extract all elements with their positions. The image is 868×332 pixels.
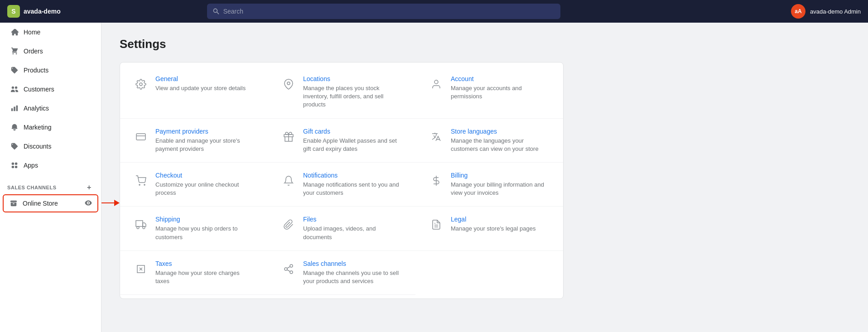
- channels-icon: [280, 261, 297, 277]
- sidebar-item-orders[interactable]: Orders: [3, 42, 98, 60]
- billing-icon: [428, 173, 444, 189]
- products-icon: [10, 66, 19, 75]
- account-desc: Manage your accounts and permissions: [451, 84, 550, 101]
- online-store-label: Online Store: [23, 200, 58, 207]
- files-desc: Upload images, videos, and documents: [303, 225, 403, 241]
- payment-icon: [133, 129, 149, 145]
- gift-cards-title: Gift cards: [303, 128, 403, 135]
- files-icon: [280, 217, 297, 233]
- home-icon: [10, 28, 19, 37]
- settings-item-gift-cards[interactable]: Gift cards Enable Apple Wallet passes an…: [268, 119, 415, 163]
- checkout-desc: Customize your online checkout process: [155, 181, 255, 197]
- analytics-icon: [10, 104, 19, 113]
- eye-icon[interactable]: [85, 199, 92, 208]
- settings-grid: General View and update your store detai…: [120, 66, 563, 295]
- locations-title: Locations: [303, 75, 403, 82]
- settings-item-files[interactable]: Files Upload images, videos, and documen…: [268, 207, 415, 250]
- legal-icon: [428, 217, 444, 233]
- settings-item-shipping[interactable]: Shipping Manage how you ship orders to c…: [120, 207, 268, 250]
- taxes-desc: Manage how your store charges taxes: [155, 269, 255, 285]
- sidebar-item-analytics[interactable]: Analytics: [3, 99, 98, 117]
- sales-channels-desc: Manage the channels you use to sell your…: [303, 269, 403, 285]
- customers-icon: [10, 85, 19, 94]
- settings-item-taxes[interactable]: Taxes Manage how your store charges taxe…: [120, 251, 268, 295]
- sidebar-item-online-store[interactable]: Online Store: [3, 194, 98, 212]
- languages-desc: Manage the languages your customers can …: [451, 137, 550, 153]
- general-content: General View and update your store detai…: [155, 75, 255, 92]
- files-content: Files Upload images, videos, and documen…: [303, 216, 403, 241]
- sidebar-item-marketing[interactable]: Marketing: [3, 118, 98, 136]
- orders-icon: [10, 47, 19, 56]
- files-title: Files: [303, 216, 403, 223]
- sidebar-item-marketing-label: Marketing: [24, 124, 51, 131]
- sidebar-item-products[interactable]: Products: [3, 61, 98, 79]
- avatar[interactable]: aA: [791, 4, 805, 19]
- online-store-icon: [9, 199, 18, 208]
- page-title: Settings: [120, 37, 850, 51]
- locations-content: Locations Manage the places you stock in…: [303, 75, 403, 109]
- location-icon: [280, 76, 297, 92]
- sidebar-item-customers[interactable]: Customers: [3, 80, 98, 98]
- settings-item-notifications[interactable]: Notifications Manage notifications sent …: [268, 163, 415, 207]
- taxes-icon: [133, 261, 149, 277]
- svg-point-0: [140, 83, 142, 86]
- taxes-content: Taxes Manage how your store charges taxe…: [155, 260, 255, 285]
- account-title: Account: [451, 75, 550, 82]
- payment-content: Payment providers Enable and manage your…: [155, 128, 255, 153]
- billing-desc: Manage your billing information and view…: [451, 181, 550, 197]
- arrow-annotation: [101, 202, 114, 203]
- topnav-right: aA avada-demo Admin: [791, 4, 861, 19]
- svg-point-8: [144, 184, 145, 185]
- legal-desc: Manage your store's legal pages: [451, 225, 550, 233]
- svg-point-19: [285, 268, 287, 270]
- svg-point-13: [143, 226, 145, 229]
- settings-item-billing[interactable]: Billing Manage your billing information …: [415, 163, 563, 207]
- languages-title: Store languages: [451, 128, 550, 135]
- general-title: General: [155, 75, 255, 82]
- store-logo[interactable]: S avada-demo: [7, 5, 89, 18]
- svg-point-2: [434, 80, 438, 84]
- notifications-desc: Manage notifications sent to you and you…: [303, 181, 403, 197]
- sidebar-item-home[interactable]: Home: [3, 23, 98, 41]
- settings-item-general[interactable]: General View and update your store detai…: [120, 66, 268, 119]
- sidebar-item-analytics-label: Analytics: [24, 105, 49, 112]
- general-desc: View and update your store details: [155, 84, 255, 92]
- sidebar-item-orders-label: Orders: [24, 48, 43, 55]
- gift-cards-content: Gift cards Enable Apple Wallet passes an…: [303, 128, 403, 153]
- top-navigation: S avada-demo aA avada-demo Admin: [0, 0, 868, 23]
- svg-point-1: [287, 82, 290, 85]
- sidebar-item-apps[interactable]: Apps: [3, 156, 98, 174]
- billing-title: Billing: [451, 172, 550, 179]
- svg-point-7: [139, 184, 140, 185]
- sidebar-item-discounts[interactable]: Discounts: [3, 137, 98, 155]
- settings-item-sales-channels[interactable]: Sales channels Manage the channels you u…: [268, 251, 415, 295]
- settings-item-payment[interactable]: Payment providers Enable and manage your…: [120, 119, 268, 163]
- settings-item-account[interactable]: Account Manage your accounts and permiss…: [415, 66, 563, 119]
- checkout-content: Checkout Customize your online checkout …: [155, 172, 255, 197]
- settings-item-languages[interactable]: Store languages Manage the languages you…: [415, 119, 563, 163]
- settings-item-checkout[interactable]: Checkout Customize your online checkout …: [120, 163, 268, 207]
- shipping-desc: Manage how you ship orders to customers: [155, 225, 255, 241]
- discounts-icon: [10, 142, 19, 151]
- legal-title: Legal: [451, 216, 550, 223]
- svg-line-21: [287, 269, 290, 271]
- svg-line-22: [287, 266, 290, 268]
- notifications-title: Notifications: [303, 172, 403, 179]
- gear-icon: [133, 76, 149, 92]
- svg-point-12: [137, 226, 139, 229]
- legal-content: Legal Manage your store's legal pages: [451, 216, 550, 233]
- sales-channels-content: Sales channels Manage the channels you u…: [303, 260, 403, 285]
- sidebar-item-discounts-label: Discounts: [24, 143, 51, 150]
- taxes-title: Taxes: [155, 260, 255, 267]
- checkout-icon: [133, 173, 149, 189]
- store-name: avada-demo: [24, 8, 61, 15]
- svg-point-18: [290, 265, 293, 267]
- settings-item-legal[interactable]: Legal Manage your store's legal pages: [415, 207, 563, 250]
- search-input[interactable]: [223, 8, 555, 15]
- add-sales-channel-button[interactable]: +: [85, 183, 94, 192]
- search-bar[interactable]: [207, 4, 560, 19]
- shipping-title: Shipping: [155, 216, 255, 223]
- settings-item-locations[interactable]: Locations Manage the places you stock in…: [268, 66, 415, 119]
- sidebar-item-apps-label: Apps: [24, 162, 38, 169]
- svg-rect-10: [136, 221, 143, 226]
